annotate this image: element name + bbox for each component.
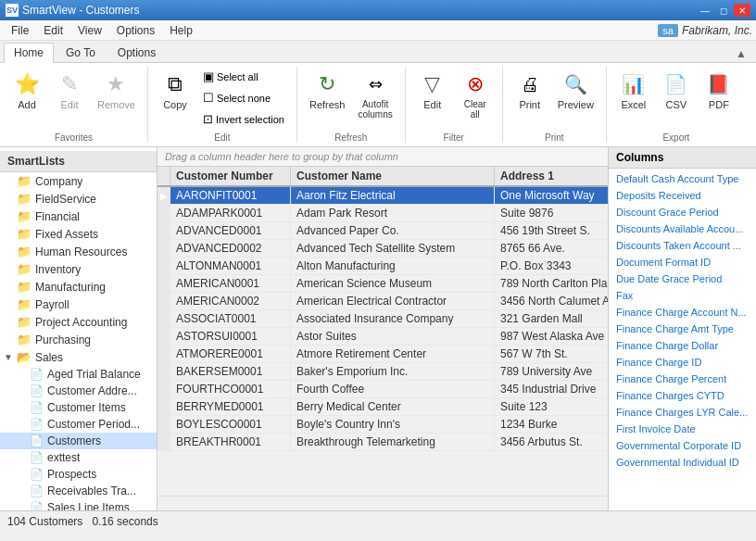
- minimize-button[interactable]: —: [697, 4, 713, 17]
- sidebar-item-purchasing[interactable]: 📁Purchasing: [0, 331, 157, 348]
- restore-button[interactable]: ◻: [715, 4, 732, 17]
- select-none-button[interactable]: ☐ Select none: [198, 88, 289, 107]
- menu-view[interactable]: View: [70, 22, 109, 39]
- column-item[interactable]: Finance Charge ID: [609, 354, 756, 371]
- sidebar-item-customers[interactable]: 📄Customers: [0, 433, 157, 449]
- column-item[interactable]: Governmental Individual ID: [609, 454, 756, 471]
- remove-icon: ★: [101, 69, 131, 99]
- column-item[interactable]: Finance Charges LYR Cale...: [609, 404, 756, 421]
- pdf-button[interactable]: 📕 PDF: [699, 67, 738, 113]
- menu-options[interactable]: Options: [109, 22, 162, 39]
- sidebar-label-prospects: Prospects: [47, 468, 96, 481]
- refresh-button[interactable]: ↻ Refresh: [305, 67, 350, 113]
- addr1-col-header[interactable]: Address 1: [495, 167, 608, 185]
- table-row[interactable]: ASTORSUI0001Astor Suites987 West Alaska …: [158, 328, 608, 346]
- csv-button[interactable]: 📄 CSV: [657, 67, 696, 113]
- sidebar-item-agedtrial[interactable]: 📄Aged Trial Balance: [0, 366, 157, 383]
- column-item[interactable]: Finance Charge Amt Type: [609, 321, 756, 337]
- close-button[interactable]: ✕: [734, 4, 750, 17]
- folder-icon-customeraddr: 📄: [30, 384, 44, 397]
- column-item[interactable]: Governmental Corporate ID: [609, 437, 756, 454]
- sidebar-item-manufacturing[interactable]: 📁Manufacturing: [0, 278, 157, 296]
- table-row[interactable]: BOYLESCO0001Boyle's Country Inn's1234 Bu…: [158, 416, 608, 434]
- columns-list: Default Cash Account TypeDeposits Receiv…: [609, 169, 756, 510]
- column-item[interactable]: Finance Charges CYTD: [609, 387, 756, 404]
- sidebar-item-receivablestr[interactable]: 📄Receivables Tra...: [0, 483, 157, 499]
- table-row[interactable]: BAKERSEM0001Baker's Emporium Inc.789 Uni…: [158, 363, 608, 381]
- row-marker: [158, 275, 170, 292]
- menu-edit[interactable]: Edit: [36, 22, 70, 39]
- column-item[interactable]: Due Date Grace Period: [609, 270, 756, 287]
- sidebar-item-fixedassets[interactable]: 📁Fixed Assets: [0, 225, 157, 243]
- filter-edit-button[interactable]: ▽ Edit: [413, 67, 452, 113]
- table-row[interactable]: ATMORERE0001Atmore Retirement Center567 …: [158, 346, 608, 363]
- copy-button[interactable]: ⧉ Copy: [156, 67, 195, 113]
- custnum-cell: AMERICAN0002: [170, 293, 291, 309]
- tab-goto[interactable]: Go To: [56, 43, 106, 62]
- sidebar-item-customeraddr[interactable]: 📄Customer Addre...: [0, 383, 157, 399]
- column-item[interactable]: Discounts Available Accou...: [609, 220, 756, 237]
- column-item[interactable]: Finance Charge Dollar: [609, 337, 756, 354]
- ribbon-group-favorites: ⭐ Add ✎ Edit ★ Remove Favorites: [0, 67, 148, 143]
- menu-file[interactable]: File: [4, 22, 36, 39]
- sidebar-item-customeritems[interactable]: 📄Customer Items: [0, 399, 157, 416]
- table-row[interactable]: AMERICAN0002American Electrical Contract…: [158, 293, 608, 310]
- column-item[interactable]: Default Cash Account Type: [609, 170, 756, 187]
- sidebar-item-financial[interactable]: 📁Financial: [0, 208, 157, 225]
- column-item[interactable]: Deposits Received: [609, 187, 756, 204]
- folder-icon-purchasing: 📁: [17, 333, 32, 346]
- horizontal-scrollbar[interactable]: [158, 496, 608, 510]
- table-row[interactable]: ADAMPARK0001Adam Park ResortSuite 987632…: [158, 205, 608, 222]
- sidebar-item-saleslineitems[interactable]: 📄Sales Line Items: [0, 499, 157, 510]
- sidebar-label-fixedassets: Fixed Assets: [35, 228, 98, 241]
- custnum-cell: AARONFIT0001: [170, 187, 291, 204]
- sidebar-item-inventory[interactable]: 📁Inventory: [0, 260, 157, 278]
- sidebar-item-company[interactable]: 📁Company: [0, 172, 157, 190]
- add-button[interactable]: ⭐ Add: [7, 67, 46, 113]
- menu-help[interactable]: Help: [162, 22, 200, 39]
- custnum-col-header[interactable]: Customer Number: [170, 167, 291, 185]
- invert-selection-button[interactable]: ⊡ Invert selection: [198, 109, 289, 129]
- sidebar-item-fieldservice[interactable]: 📁FieldService: [0, 190, 157, 208]
- table-row[interactable]: BERRYMED0001Berry Medical CenterSuite 12…: [158, 398, 608, 416]
- expand-icon-sales: ▼: [4, 352, 13, 362]
- table-row[interactable]: ▶AARONFIT0001Aaron Fitz ElectricalOne Mi…: [158, 187, 608, 205]
- table-row[interactable]: AMERICAN0001American Science Museum789 N…: [158, 275, 608, 293]
- sidebar-item-prospects[interactable]: 📄Prospects: [0, 466, 157, 483]
- column-item[interactable]: Discounts Taken Account ...: [609, 237, 756, 254]
- sidebar-item-exttest[interactable]: 📄exttest: [0, 449, 157, 466]
- remove-button[interactable]: ★ Remove: [93, 67, 140, 113]
- table-row[interactable]: FOURTHCO0001Fourth Coffee345 Industrial …: [158, 381, 608, 398]
- invert-label: Invert selection: [216, 114, 284, 125]
- sidebar-item-projectaccounting[interactable]: 📁Project Accounting: [0, 313, 157, 331]
- column-item[interactable]: First Invoice Date: [609, 421, 756, 437]
- table-row[interactable]: ALTONMAN0001Alton ManufacturingP.O. Box …: [158, 258, 608, 275]
- ribbon-collapse-button[interactable]: ▲: [730, 45, 752, 62]
- sidebar-item-payroll[interactable]: 📁Payroll: [0, 296, 157, 313]
- preview-button[interactable]: 🔍 Preview: [553, 67, 598, 113]
- column-item[interactable]: Document Format ID: [609, 254, 756, 270]
- table-row[interactable]: BREAKTHR0001Breakthrough Telemarketing34…: [158, 434, 608, 451]
- table-row[interactable]: ADVANCED0001Advanced Paper Co.456 19th S…: [158, 222, 608, 240]
- tab-options[interactable]: Options: [107, 43, 166, 62]
- excel-button[interactable]: 📊 Excel: [614, 67, 653, 113]
- folder-icon-receivablestr: 📄: [30, 484, 44, 497]
- select-all-button[interactable]: ▣ Select all: [198, 67, 289, 86]
- table-row[interactable]: ASSOCIAT0001Associated Insurance Company…: [158, 310, 608, 328]
- edit-button[interactable]: ✎ Edit: [50, 67, 89, 113]
- print-button[interactable]: 🖨 Print: [510, 67, 549, 113]
- tab-home[interactable]: Home: [4, 43, 54, 63]
- sidebar-item-customerperiod[interactable]: 📄Customer Period...: [0, 416, 157, 433]
- autofit-button[interactable]: ⇔ Autofitcolumns: [353, 67, 397, 122]
- column-item[interactable]: Finance Charge Percent: [609, 371, 756, 387]
- sidebar-item-humanresources[interactable]: 📁Human Resources: [0, 243, 157, 260]
- column-item[interactable]: Fax: [609, 287, 756, 304]
- select-all-icon: ▣: [203, 69, 214, 83]
- table-row[interactable]: ADVANCED0002Advanced Tech Satellite Syst…: [158, 240, 608, 258]
- custname-col-header[interactable]: Customer Name: [291, 167, 495, 185]
- clear-all-button[interactable]: ⊗ Clearall: [456, 67, 495, 122]
- column-item[interactable]: Discount Grace Period: [609, 204, 756, 220]
- column-item[interactable]: Finance Charge Account N...: [609, 304, 756, 321]
- sidebar-item-sales[interactable]: ▼📂Sales: [0, 348, 157, 366]
- data-grid[interactable]: Customer Number Customer Name Address 1 …: [158, 167, 608, 496]
